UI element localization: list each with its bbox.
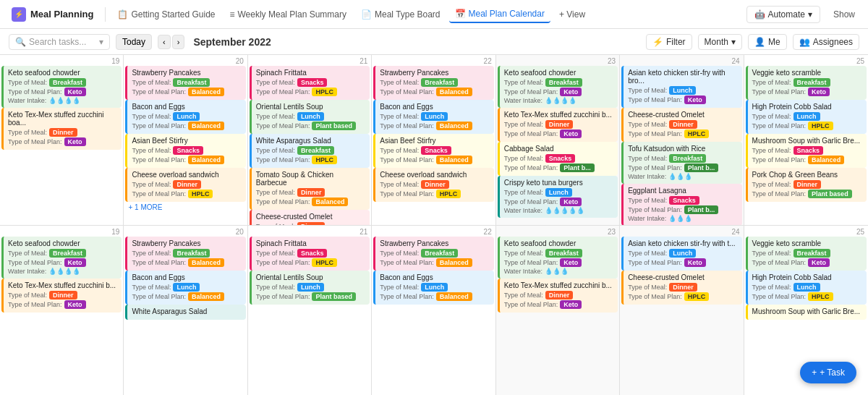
card[interactable]: Keto seafood chowder Type of Meal: Break… [1, 237, 122, 279]
meal-type-badge: Lunch [793, 112, 820, 121]
app-logo: ⚡ Meal Planning [6, 7, 99, 22]
card[interactable]: White Asparagus Salad [125, 305, 245, 320]
card[interactable]: Cheese-crusted Omelet Type of Meal: Dinn… [621, 271, 741, 305]
card[interactable]: Cabbage Salad Type of Meal: Snacks Type … [498, 142, 618, 176]
meal-plan-badge: HPLC [312, 156, 337, 164]
card[interactable]: Cheese overload sandwich Type of Meal: D… [125, 168, 245, 202]
card[interactable]: Eggplant Lasagna Type of Meal: Snacks Ty… [621, 184, 741, 225]
meal-type-badge: Snacks [297, 78, 328, 87]
assignees-button[interactable]: 👥 Assignees [793, 34, 859, 50]
card[interactable]: Asian keto chicken stir-fry with bro... … [621, 66, 741, 108]
card-meal-type-row: Type of Meal: Lunch [132, 112, 241, 121]
more-link[interactable]: + 1 MORE [125, 202, 245, 213]
card[interactable]: Keto Tex-Mex stuffed zucchini b... Type … [498, 108, 618, 142]
card[interactable]: Cheese-crusted Omelet Type of Meal: Dinn… [621, 108, 741, 142]
day-number: 22 [373, 227, 493, 237]
card[interactable]: Tofu Katsudon with Rice Type of Meal: Br… [621, 142, 741, 184]
card-title: Asian Beef Stirfry [132, 137, 241, 145]
filter-button[interactable]: ⚡ Filter [646, 34, 692, 50]
card[interactable]: Tomato Soup & Chicken Barbecue Type of M… [250, 168, 370, 210]
card-meal-type-row: Type of Meal: Snacks [132, 146, 241, 155]
card-meal-plan-row: Type of Meal Plan: Balanced [752, 156, 862, 164]
tab-meal-plan-calendar[interactable]: 📅 Meal Plan Calendar [449, 6, 550, 23]
card[interactable]: Asian Beef Stirfry Type of Meal: Snacks … [125, 134, 245, 168]
card-meal-type-row: Type of Meal: Snacks [256, 249, 365, 258]
nav-right: 🤖 Automate ▾ Show [746, 6, 862, 23]
meal-type-badge: Snacks [297, 249, 328, 258]
card-title: White Asparagus Salad [256, 137, 365, 145]
add-task-button[interactable]: + + Task [800, 362, 856, 383]
card[interactable]: Crispy keto tuna burgers Type of Meal: L… [498, 176, 618, 218]
card-meal-plan-row: Type of Meal Plan: Plant based [256, 122, 365, 130]
tab-meal-type-board[interactable]: 📄 Meal Type Board [355, 7, 446, 22]
automate-button[interactable]: 🤖 Automate ▾ [746, 6, 820, 23]
card[interactable]: Keto Tex-Mex stuffed zucchini b... Type … [498, 279, 618, 313]
card-meal-plan-row: Type of Meal Plan: Balanced [380, 292, 489, 301]
search-input[interactable]: 🔍 Search tasks... ▾ [9, 34, 110, 50]
calendar-row-2: 19Keto seafood chowder Type of Meal: Bre… [0, 226, 868, 396]
card[interactable]: Veggie keto scramble Type of Meal: Break… [746, 66, 867, 100]
card[interactable]: Cheese overload sandwich Type of Meal: D… [373, 168, 493, 202]
filter-icon: ⚡ [652, 37, 663, 47]
card[interactable]: Spinach Frittata Type of Meal: Snacks Ty… [250, 237, 370, 271]
card[interactable]: Veggie keto scramble Type of Meal: Break… [746, 237, 867, 271]
calendar-cell: 23Keto seafood chowder Type of Meal: Bre… [496, 55, 620, 225]
automate-chevron-icon: ▾ [808, 9, 812, 20]
card-title: High Protein Cobb Salad [752, 273, 862, 281]
meal-plan-badge: Balanced [436, 292, 472, 301]
card[interactable]: Asian keto chicken stir-fry with t... Ty… [621, 237, 741, 271]
card[interactable]: Pork Chop & Green Beans Type of Meal: Di… [746, 168, 867, 202]
card[interactable]: Mushroom Soup with Garlic Bre... [746, 305, 867, 320]
card[interactable]: Strawberry Pancakes Type of Meal: Breakf… [373, 237, 493, 271]
card[interactable]: Strawberry Pancakes Type of Meal: Breakf… [125, 66, 245, 100]
meal-type-badge: Lunch [173, 283, 200, 292]
card-meal-plan-row: Type of Meal Plan: Keto [504, 258, 613, 267]
card[interactable]: Bacon and Eggs Type of Meal: Lunch Type … [125, 271, 245, 305]
card[interactable]: High Protein Cobb Salad Type of Meal: Lu… [746, 100, 867, 134]
card-meal-plan-row: Type of Meal Plan: Keto [504, 300, 613, 309]
card[interactable]: Keto seafood chowder Type of Meal: Break… [1, 66, 122, 108]
card-title: Mushroom Soup with Garlic Bre... [752, 137, 862, 145]
tab-weekly-summary[interactable]: ≡ Weekly Meal Plan Summary [224, 7, 352, 22]
card[interactable]: Asian Beef Stirfry Type of Meal: Snacks … [373, 134, 493, 168]
card-title: Oriental Lentils Soup [256, 273, 365, 281]
calendar-rows: 19Keto seafood chowder Type of Meal: Bre… [0, 55, 868, 395]
card[interactable]: Mushroom Soup with Garlic Bre... Type of… [746, 134, 867, 168]
card[interactable]: White Asparagus Salad Type of Meal: Brea… [250, 134, 370, 168]
view-tab[interactable]: + View [553, 7, 591, 22]
card[interactable]: Cheese-crusted Omelet Type of Meal: Dinn… [250, 210, 370, 225]
tab-getting-started[interactable]: 📋 Getting Started Guide [111, 7, 221, 22]
meal-plan-badge: HPLC [808, 292, 833, 301]
card[interactable]: Keto Tex-Mex stuffed zucchini boa... Typ… [1, 108, 122, 150]
water-drops: 💧💧💧 [545, 268, 569, 275]
card-meal-plan-row: Type of Meal Plan: HPLC [380, 190, 489, 198]
meal-type-badge: Breakfast [421, 78, 458, 87]
card[interactable]: Keto seafood chowder Type of Meal: Break… [498, 66, 618, 108]
calendar-cell: 24Asian keto chicken stir-fry with t... … [620, 226, 744, 396]
meal-type-badge: Breakfast [545, 249, 582, 258]
card[interactable]: Keto Tex-Mex stuffed zucchini b... Type … [1, 279, 122, 313]
today-button[interactable]: Today [116, 34, 152, 50]
card[interactable]: Strawberry Pancakes Type of Meal: Breakf… [125, 237, 245, 271]
day-number: 22 [373, 56, 493, 66]
card[interactable]: Strawberry Pancakes Type of Meal: Breakf… [373, 66, 493, 100]
card[interactable]: High Protein Cobb Salad Type of Meal: Lu… [746, 271, 867, 305]
next-month-button[interactable]: › [172, 35, 185, 49]
prev-month-button[interactable]: ‹ [158, 35, 171, 49]
card[interactable]: Keto seafood chowder Type of Meal: Break… [498, 237, 618, 279]
card[interactable]: Oriental Lentils Soup Type of Meal: Lunc… [250, 271, 370, 305]
meal-plan-badge: Keto [64, 137, 86, 146]
card-meal-type-row: Type of Meal: Lunch [132, 283, 241, 292]
card-meal-type-row: Type of Meal: Breakfast [380, 249, 489, 258]
show-button[interactable]: Show [826, 7, 862, 22]
card[interactable]: Oriental Lentils Soup Type of Meal: Lunc… [250, 100, 370, 134]
card-title: Spinach Frittata [256, 69, 365, 77]
month-button[interactable]: Month ▾ [698, 34, 742, 50]
card-meal-type-row: Type of Meal: Breakfast [752, 78, 862, 87]
me-button[interactable]: 👤 Me [748, 34, 787, 50]
card[interactable]: Bacon and Eggs Type of Meal: Lunch Type … [373, 271, 493, 305]
card[interactable]: Bacon and Eggs Type of Meal: Lunch Type … [125, 100, 245, 134]
card[interactable]: Spinach Frittata Type of Meal: Snacks Ty… [250, 66, 370, 100]
card-meal-plan-row: Type of Meal Plan: Balanced [380, 122, 489, 130]
card[interactable]: Bacon and Eggs Type of Meal: Lunch Type … [373, 100, 493, 134]
